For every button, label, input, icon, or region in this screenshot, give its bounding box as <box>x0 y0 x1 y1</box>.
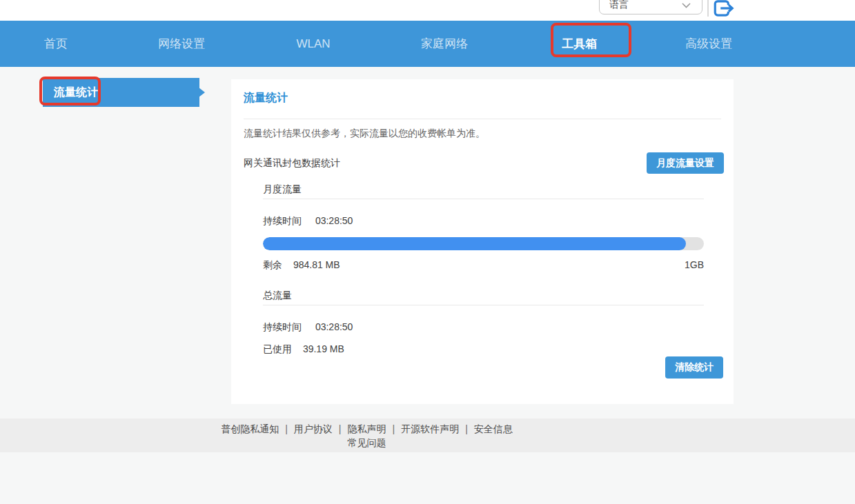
duration-label: 持续时间 <box>263 321 302 332</box>
nav-item-network[interactable]: 网络设置 <box>158 21 205 67</box>
duration-value: 03:28:50 <box>315 321 353 332</box>
language-select-value: 语言 <box>609 0 629 11</box>
router-admin-page: 语言 首页 网络设置 WLAN 家庭网络 工具箱 高级设置 流量统计 流量统计 <box>0 0 855 504</box>
footer-line-2: 常见问题 <box>0 436 734 450</box>
footer-link-privacy-statement[interactable]: 隐私声明 <box>348 423 386 434</box>
footer-link-faq[interactable]: 常见问题 <box>348 437 386 448</box>
topbar: 语言 <box>0 0 855 21</box>
footer-link-user-agreement[interactable]: 用户协议 <box>294 423 333 434</box>
topbar-divider <box>707 0 709 17</box>
page-title: 流量统计 <box>244 91 288 105</box>
total-divider <box>263 305 704 305</box>
clear-statistics-button[interactable]: 清除统计 <box>665 356 723 379</box>
remaining-label: 剩余 <box>263 259 282 270</box>
used-value: 39.19 MB <box>303 343 344 354</box>
footer-links: 普创隐私通知|用户协议|隐私声明|开源软件声明|安全信息 常见问题 <box>0 419 734 450</box>
monthly-duration-row: 持续时间 03:28:50 <box>263 215 353 228</box>
footer-line-1: 普创隐私通知|用户协议|隐私声明|开源软件声明|安全信息 <box>0 422 734 436</box>
monthly-traffic-heading: 月度流量 <box>263 183 302 196</box>
footer-separator: | <box>285 423 288 434</box>
used-label: 已使用 <box>263 343 292 354</box>
title-divider <box>244 119 721 119</box>
monthly-quota-settings-button[interactable]: 月度流量设置 <box>647 152 724 174</box>
monthly-remaining-row: 剩余 984.81 MB 1GB <box>263 259 704 272</box>
sidebar-item-traffic-stats[interactable]: 流量统计 <box>43 78 199 107</box>
sidebar-item-label: 流量统计 <box>54 86 98 98</box>
footer-separator: | <box>393 423 395 434</box>
total-duration-row: 持续时间 03:28:50 <box>263 321 353 334</box>
footer: 普创隐私通知|用户协议|隐私声明|开源软件声明|安全信息 常见问题 <box>0 419 855 452</box>
footer-separator: | <box>465 423 468 434</box>
remaining-group: 剩余 984.81 MB <box>263 259 340 272</box>
monthly-progress-fill <box>263 237 686 250</box>
chevron-down-icon <box>682 3 691 8</box>
total-traffic-heading: 总流量 <box>263 290 292 302</box>
logout-icon <box>712 0 736 19</box>
footer-link-security-info[interactable]: 安全信息 <box>474 423 513 434</box>
logout-button[interactable] <box>712 0 736 19</box>
traffic-stats-panel: 流量统计 流量统计结果仅供参考，实际流量以您的收费帐单为准。 网关通讯封包数据统… <box>231 79 734 404</box>
monthly-traffic-progressbar <box>263 237 704 250</box>
nav-item-home-network[interactable]: 家庭网络 <box>421 21 468 67</box>
footer-separator: | <box>339 423 342 434</box>
nav-item-toolbox[interactable]: 工具箱 <box>562 21 598 67</box>
nav-item-wlan[interactable]: WLAN <box>296 21 330 67</box>
total-used-row: 已使用 39.19 MB <box>263 343 344 356</box>
footer-link-open-source[interactable]: 开源软件声明 <box>401 423 459 434</box>
nav-item-home[interactable]: 首页 <box>44 21 68 67</box>
nav-item-advanced[interactable]: 高级设置 <box>685 21 732 67</box>
duration-label: 持续时间 <box>263 215 302 226</box>
footer-link-privacy-notice[interactable]: 普创隐私通知 <box>221 423 279 434</box>
quota-value: 1GB <box>685 259 704 272</box>
main-nav: 首页 网络设置 WLAN 家庭网络 工具箱 高级设置 <box>0 21 855 67</box>
remaining-value: 984.81 MB <box>293 259 340 270</box>
gateway-packet-stats-label: 网关通讯封包数据统计 <box>244 157 340 170</box>
language-select[interactable]: 语言 <box>599 0 702 14</box>
duration-value: 03:28:50 <box>315 215 353 226</box>
disclaimer-text: 流量统计结果仅供参考，实际流量以您的收费帐单为准。 <box>244 128 485 140</box>
monthly-divider <box>263 199 704 199</box>
